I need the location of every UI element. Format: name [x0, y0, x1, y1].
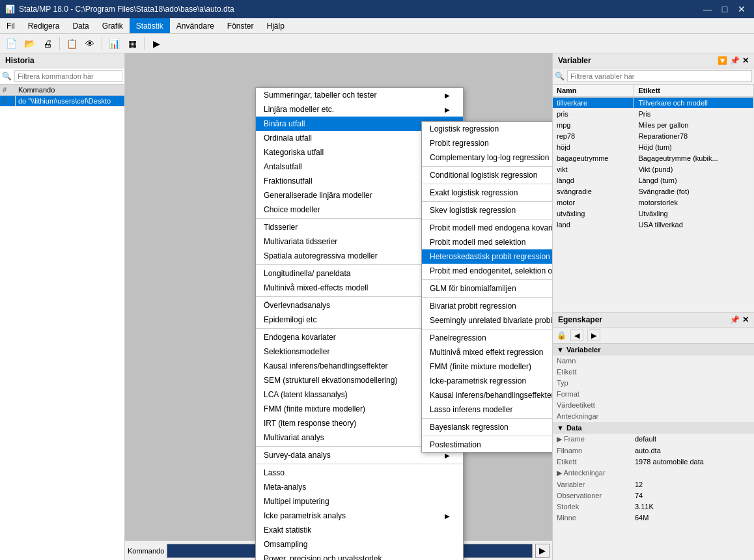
menu-hetero-probit[interactable]: Heteroskedastisk probit regression — [422, 249, 552, 264]
menu-fonster[interactable]: Fönster — [221, 18, 260, 33]
variabler-header: Variabler 🔽 📌 ✕ — [553, 53, 754, 68]
var-row-tillverkare[interactable]: tillverkare Tillverkare och modell — [553, 97, 754, 109]
menu-grafik[interactable]: Grafik — [96, 18, 130, 33]
var-row-motor[interactable]: motor motorstorlek — [553, 197, 754, 208]
menu-bayesiansk2[interactable]: Bayesiansk regression▶ — [422, 420, 552, 434]
menu-probit-endo2[interactable]: Probit med endogenitet, selektion och be… — [422, 264, 552, 278]
prop-value-anteckningar2 — [635, 469, 750, 477]
menu-redigera[interactable]: Redigera — [21, 18, 66, 33]
menu-lasso[interactable]: Lasso — [256, 466, 463, 480]
var-cell-etikett: motorstorlek — [634, 197, 754, 208]
menu-power[interactable]: Power, precision och urvalsstorlek — [256, 552, 463, 560]
var-cell-namn: mpg — [553, 120, 634, 131]
var-cell-namn: utväxling — [553, 208, 634, 219]
prop-row-minne: Minne 64M — [553, 512, 754, 524]
historia-filter-input[interactable] — [14, 70, 122, 82]
collapse-variabeler-icon[interactable]: ▼ — [557, 346, 564, 354]
cmd-submit-button[interactable]: ▶ — [535, 544, 550, 558]
sep-6 — [256, 464, 463, 464]
var-row-rep78[interactable]: rep78 Reparationer78 — [553, 131, 754, 142]
log-button[interactable]: 📋 — [63, 36, 80, 51]
title-bar-controls: — □ ✕ — [701, 3, 749, 15]
prop-name-typ: Typ — [557, 379, 635, 387]
graph-button[interactable]: 📊 — [105, 36, 122, 51]
menu-fmm2[interactable]: FMM (finite mixture modeller)▶ — [422, 359, 552, 374]
viewer-button[interactable]: 👁 — [81, 36, 98, 51]
b-sep-3 — [422, 201, 552, 202]
menu-probit-selektion[interactable]: Probit modell med selektion — [422, 235, 552, 249]
menu-data[interactable]: Data — [66, 18, 95, 33]
var-row-bagage[interactable]: bagageutrymme Bagageutrymme (kubik... — [553, 153, 754, 164]
maximize-button[interactable]: □ — [718, 3, 732, 15]
menu-probit-endogena[interactable]: Probit modell med endogena kovariater — [422, 221, 552, 235]
variabler-filter-input[interactable] — [567, 70, 752, 82]
menu-anvandare[interactable]: Användare — [170, 18, 221, 33]
new-file-button[interactable]: 📄 — [3, 36, 20, 51]
print-button[interactable]: 🖨 — [39, 36, 56, 51]
variabler-header-icons: 🔽 📌 ✕ — [718, 56, 749, 65]
menu-exakt-log[interactable]: Exakt logistisk regression — [422, 186, 552, 200]
b-sep-6 — [422, 297, 552, 298]
menu-logistisk[interactable]: Logistisk regression — [422, 122, 552, 136]
prop-row-anteckningar2: ▶ Anteckningar — [553, 468, 754, 479]
var-row-utvaxling[interactable]: utväxling Utväxling — [553, 208, 754, 219]
var-row-pris[interactable]: pris Pris — [553, 109, 754, 120]
minimize-button[interactable]: — — [701, 3, 715, 15]
menu-meta[interactable]: Meta-analys — [256, 480, 463, 494]
menu-icke-param2[interactable]: Icke-parametrisk regression▶ — [422, 374, 552, 388]
historia-row[interactable]: 1 do "\\lithium\users\cef\Deskto — [0, 96, 124, 107]
var-row-mpg[interactable]: mpg Miles per gallon — [553, 120, 754, 131]
var-row-vikt[interactable]: vikt Vikt (pund) — [553, 164, 754, 175]
menu-skev-log[interactable]: Skev logistisk regression — [422, 203, 552, 217]
menu-fil[interactable]: Fil — [0, 18, 21, 33]
menu-summeringar[interactable]: Summeringar, tabeller och tester▶ — [256, 88, 463, 102]
menu-omsampling[interactable]: Omsampling — [256, 537, 463, 552]
menu-linjara[interactable]: Linjära modeller etc.▶ — [256, 102, 463, 117]
forward-button[interactable]: ▶ — [587, 329, 600, 341]
close-variabler-icon[interactable]: ✕ — [742, 56, 749, 65]
close-egenskaper-icon[interactable]: ✕ — [742, 315, 749, 324]
open-button[interactable]: 📂 — [21, 36, 38, 51]
menu-icke-param[interactable]: Icke parametrisk analys▶ — [256, 509, 463, 523]
prop-row-typ: Typ — [553, 378, 754, 389]
menu-probit[interactable]: Probit regression — [422, 136, 552, 150]
menu-multiniva-mixed2[interactable]: Multinivå mixed effekt regression▶ — [422, 345, 552, 359]
variabler-panel: Variabler 🔽 📌 ✕ 🔍 Namn Etikett — [553, 53, 754, 313]
menu-statistik[interactable]: Statistik — [130, 18, 170, 33]
prop-name-etikett: Etikett — [557, 368, 635, 376]
menu-clog[interactable]: Complementary log-log regression — [422, 150, 552, 165]
var-cell-namn: rep78 — [553, 131, 634, 142]
var-row-svangradie[interactable]: svängradie Svängradie (fot) — [553, 186, 754, 197]
menu-bivariat[interactable]: Bivariat probit regression — [422, 299, 552, 313]
prop-row-variabler: Variabler 12 — [553, 479, 754, 490]
egenskaper-body: ▼ Variabeler Namn Etikett Typ Format — [553, 344, 754, 560]
menu-panel-reg[interactable]: Panelregression▶ — [422, 331, 552, 345]
close-button[interactable]: ✕ — [734, 3, 749, 15]
var-row-langd[interactable]: längd Längd (tum) — [553, 175, 754, 186]
prop-value-etikett — [635, 368, 750, 376]
menu-conditional-log[interactable]: Conditional logistisk regression — [422, 168, 552, 182]
menu-seemingly[interactable]: Seemingly unrelated bivariate probit reg… — [422, 313, 552, 328]
prop-name-minne: Minne — [557, 514, 635, 522]
egenskaper-header: Egenskaper 📌 ✕ — [553, 313, 754, 328]
menu-glm-binom[interactable]: GLM för binomialfamiljen — [422, 281, 552, 296]
back-button[interactable]: ◀ — [570, 329, 583, 341]
menu-hjalp[interactable]: Hjälp — [260, 18, 291, 33]
menu-exakt[interactable]: Exakt statistik — [256, 523, 463, 537]
menu-multipel[interactable]: Multipel imputering — [256, 494, 463, 509]
var-cell-etikett: Höjd (tum) — [634, 142, 754, 153]
do-button[interactable]: ▶ — [148, 36, 165, 51]
var-row-land[interactable]: land USA tillverkad — [553, 219, 754, 231]
prop-value-observationer: 74 — [635, 492, 750, 499]
b-sep-4 — [422, 219, 552, 219]
prop-value-format — [635, 390, 750, 398]
menu-postestimation2[interactable]: Postestimation▶ — [422, 438, 552, 452]
var-row-hojd[interactable]: höjd Höjd (tum) — [553, 142, 754, 153]
toolbar-separator-3 — [144, 37, 145, 50]
historia-panel: Historia 🔍 # Kommando 1 do "\\lithium\us… — [0, 53, 125, 560]
prop-name-variabler: Variabler — [557, 481, 635, 488]
collapse-data-icon[interactable]: ▼ — [557, 424, 564, 432]
bar-button[interactable]: ▦ — [124, 36, 141, 51]
menu-kausal2[interactable]: Kausal inferens/behandlingseffekter▶ — [422, 388, 552, 402]
menu-lasso2[interactable]: Lasso inferens modeller▶ — [422, 402, 552, 417]
